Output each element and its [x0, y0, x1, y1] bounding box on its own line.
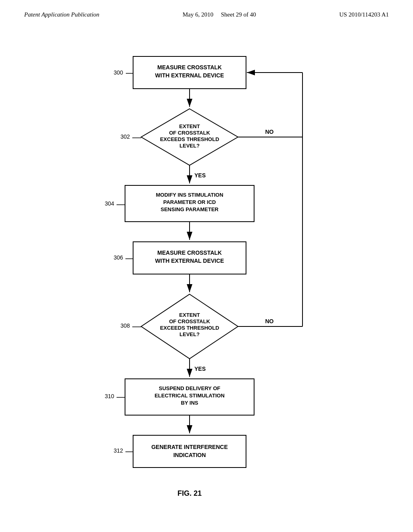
svg-text:MEASURE CROSSTALK: MEASURE CROSSTALK [157, 64, 222, 71]
svg-text:WITH EXTERNAL DEVICE: WITH EXTERNAL DEVICE [155, 258, 224, 264]
publication-date-sheet: May 6, 2010 Sheet 29 of 40 [183, 11, 256, 18]
svg-text:FIG. 21: FIG. 21 [177, 489, 202, 497]
svg-text:BY INS: BY INS [181, 400, 198, 406]
publication-date: May 6, 2010 [183, 11, 213, 18]
svg-text:EXTENT: EXTENT [179, 312, 200, 318]
svg-text:308: 308 [121, 322, 130, 329]
svg-text:SUSPEND DELIVERY OF: SUSPEND DELIVERY OF [159, 385, 220, 391]
svg-text:NO: NO [265, 318, 274, 324]
svg-text:YES: YES [194, 172, 206, 179]
svg-text:GENERATE INTERFERENCE: GENERATE INTERFERENCE [151, 444, 228, 450]
svg-text:EXCEEDS THRESHOLD: EXCEEDS THRESHOLD [160, 136, 219, 142]
svg-text:302: 302 [121, 133, 130, 140]
svg-rect-52 [133, 435, 246, 468]
svg-text:EXCEEDS THRESHOLD: EXCEEDS THRESHOLD [160, 325, 219, 331]
svg-text:INDICATION: INDICATION [173, 452, 206, 458]
svg-text:300: 300 [114, 69, 123, 76]
svg-text:310: 310 [105, 393, 115, 399]
svg-text:EXTENT: EXTENT [179, 123, 200, 129]
svg-text:OF CROSSTALK: OF CROSSTALK [169, 318, 210, 324]
publication-title: Patent Application Publication [24, 11, 99, 18]
svg-text:OF CROSSTALK: OF CROSSTALK [169, 130, 210, 136]
svg-text:PARAMETER OR ICD: PARAMETER OR ICD [163, 199, 216, 205]
svg-text:306: 306 [114, 254, 123, 261]
svg-text:NO: NO [265, 129, 274, 135]
page-header: Patent Application Publication May 6, 20… [0, 0, 413, 18]
svg-text:ELECTRICAL STIMULATION: ELECTRICAL STIMULATION [154, 393, 225, 399]
diagram-area: MEASURE CROSSTALK WITH EXTERNAL DEVICE 3… [0, 44, 413, 516]
svg-text:MODIFY INS STIMULATION: MODIFY INS STIMULATION [156, 192, 223, 198]
patent-number: US 2010/114203 A1 [339, 11, 389, 18]
svg-text:304: 304 [105, 200, 115, 207]
svg-text:WITH EXTERNAL DEVICE: WITH EXTERNAL DEVICE [155, 72, 224, 79]
svg-text:LEVEL?: LEVEL? [179, 143, 200, 149]
sheet-number: Sheet 29 of 40 [221, 11, 256, 18]
svg-text:YES: YES [194, 366, 206, 372]
svg-text:MEASURE CROSSTALK: MEASURE CROSSTALK [157, 249, 222, 256]
svg-text:312: 312 [114, 447, 123, 454]
svg-text:SENSING PARAMETER: SENSING PARAMETER [161, 206, 219, 212]
svg-text:LEVEL?: LEVEL? [179, 331, 200, 337]
